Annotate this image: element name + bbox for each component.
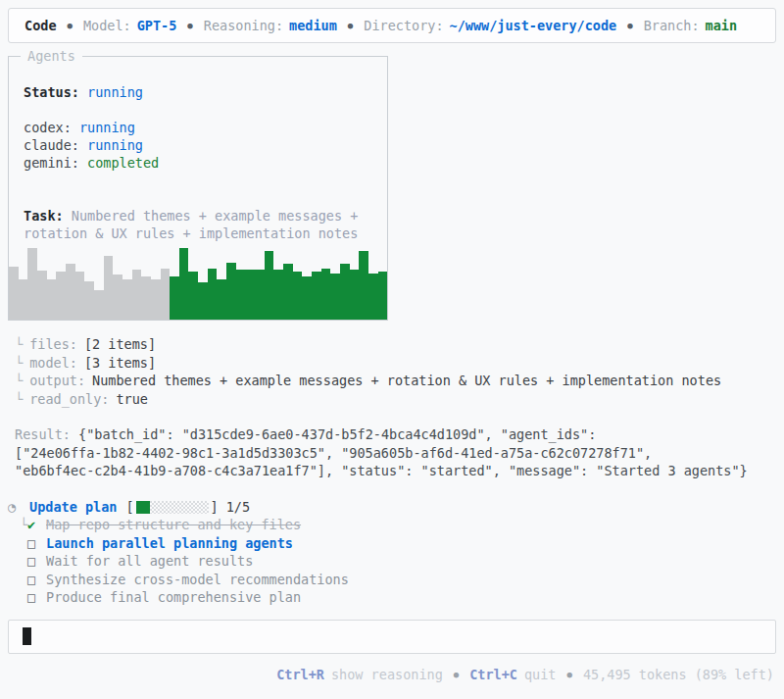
tree-branch-icon: └ bbox=[15, 336, 23, 352]
result-line: "eb6bf4ec-c2b4-41b9-a708-c4c3a71ea1f7"],… bbox=[15, 462, 770, 480]
text-cursor bbox=[23, 627, 31, 645]
activity-bar bbox=[217, 279, 226, 320]
activity-bar bbox=[113, 275, 122, 320]
activity-bar bbox=[273, 270, 283, 320]
result-line: ["24e06ffa-1b82-4402-98c1-3a1d5d3303c5",… bbox=[15, 444, 770, 463]
tree-key: output: bbox=[29, 373, 85, 388]
activity-bar bbox=[151, 279, 161, 320]
activity-bar bbox=[378, 272, 388, 320]
activity-bar bbox=[312, 272, 321, 320]
status-label: Status: bbox=[24, 84, 79, 100]
progress-bracket-close: ] bbox=[211, 498, 219, 517]
plan-title: Update plan bbox=[29, 498, 117, 517]
separator-dot-icon: ● bbox=[567, 670, 572, 679]
activity-bar bbox=[302, 276, 312, 320]
task-text: Numbered themes + example messages + rot… bbox=[24, 208, 358, 241]
activity-bar bbox=[208, 269, 218, 320]
plan-item-label: Produce final comprehensive plan bbox=[46, 588, 301, 607]
agent-name: codex: bbox=[24, 120, 72, 135]
agents-panel-title: Agents bbox=[21, 48, 82, 64]
activity-bar bbox=[283, 264, 293, 320]
separator-dot-icon: ● bbox=[187, 21, 192, 30]
tree-key: read_only: bbox=[29, 391, 109, 407]
separator-dot-icon: ● bbox=[348, 21, 353, 30]
plan-progress-fill bbox=[136, 501, 151, 514]
activity-bar bbox=[132, 270, 142, 320]
agent-name: gemini: bbox=[24, 155, 79, 171]
tree-branch-icon: └ bbox=[15, 373, 23, 388]
agent-activity-chart bbox=[9, 242, 387, 320]
activity-bar bbox=[19, 279, 28, 320]
activity-bar bbox=[321, 269, 331, 320]
activity-bar bbox=[122, 279, 132, 320]
directory-label: Directory: bbox=[364, 18, 443, 33]
progress-bracket-open: [ bbox=[125, 498, 133, 517]
shortcut-label: show reasoning bbox=[331, 667, 443, 682]
tree-key: model: bbox=[29, 355, 77, 371]
activity-bar bbox=[9, 267, 19, 320]
plan-item-label: Map repo structure and key files bbox=[46, 516, 301, 534]
activity-bar bbox=[27, 248, 37, 320]
plan-item: □ Synthesize cross-model recommendations bbox=[8, 571, 784, 589]
reasoning-label: Reasoning: bbox=[204, 18, 283, 33]
checkbox-icon: □ bbox=[27, 571, 46, 589]
tree-branch-icon: └ bbox=[15, 355, 23, 371]
tree-value: Numbered themes + example messages + rot… bbox=[92, 373, 721, 388]
tree-branch-icon: └ bbox=[15, 391, 23, 407]
plan-header: ◔ Update plan [ ] 1/5 bbox=[8, 498, 784, 517]
directory-value: ~/www/just-every/code bbox=[450, 18, 617, 33]
clock-icon: ◔ bbox=[8, 498, 29, 517]
activity-bar bbox=[94, 290, 104, 320]
activity-bar bbox=[66, 264, 75, 320]
activity-bar bbox=[179, 248, 189, 320]
activity-bar bbox=[47, 279, 57, 320]
activity-bar bbox=[188, 272, 198, 320]
shortcut-key: Ctrl+R bbox=[276, 667, 324, 682]
activity-bar bbox=[37, 271, 47, 320]
tool-result-block: Result: {"batch_id": "d315cde9-6ae0-437d… bbox=[15, 425, 770, 480]
plan-item: □ Wait for all agent results bbox=[8, 552, 784, 571]
result-label: Result: bbox=[15, 426, 71, 442]
activity-bar bbox=[255, 270, 265, 320]
tree-key: files: bbox=[29, 336, 77, 352]
activity-bar bbox=[161, 269, 171, 320]
agents-panel: Agents Status: running codex: running cl… bbox=[8, 56, 388, 321]
activity-bar bbox=[293, 272, 303, 320]
activity-bar bbox=[170, 276, 179, 320]
plan-section: ◔ Update plan [ ] 1/5 └ ✔ Map repo struc… bbox=[8, 498, 784, 607]
task-label: Task: bbox=[24, 208, 64, 224]
activity-bar bbox=[236, 270, 246, 320]
plan-progress-bar bbox=[136, 501, 209, 514]
shortcut-label: quit bbox=[524, 667, 557, 682]
separator-dot-icon: ● bbox=[627, 21, 632, 30]
tree-value: [2 items] bbox=[84, 336, 156, 352]
checkmark-icon: ✔ bbox=[27, 516, 46, 534]
message-input[interactable] bbox=[8, 620, 776, 654]
separator-dot-icon: ● bbox=[68, 21, 73, 30]
token-usage: 45,495 tokens (89% left) bbox=[583, 667, 774, 682]
tree-row: └model:[3 items] bbox=[15, 354, 784, 373]
tree-row: └files:[2 items] bbox=[15, 335, 784, 354]
status-bar: Code ● Model: GPT-5 ● Reasoning: medium … bbox=[8, 8, 776, 43]
agent-row: codex: running bbox=[24, 119, 372, 136]
activity-bar bbox=[350, 270, 360, 320]
separator-dot-icon: ● bbox=[454, 670, 459, 679]
activity-bar bbox=[141, 276, 151, 320]
agent-status: running bbox=[79, 120, 135, 135]
activity-bar bbox=[198, 282, 208, 320]
agent-name: claude: bbox=[24, 137, 79, 153]
result-line: Result: {"batch_id": "d315cde9-6ae0-437d… bbox=[15, 425, 770, 444]
agents-task-line: Task: Numbered themes + example messages… bbox=[24, 207, 372, 242]
agent-row: gemini: completed bbox=[24, 154, 372, 172]
plan-items: └ ✔ Map repo structure and key files □ L… bbox=[8, 516, 784, 607]
branch-label: Branch: bbox=[644, 18, 700, 33]
result-text: {"batch_id": "d315cde9-6ae0-437d-b5f2-4b… bbox=[78, 426, 596, 442]
shortcut-key: Ctrl+C bbox=[469, 667, 517, 682]
checkbox-icon: □ bbox=[27, 552, 46, 571]
activity-bar bbox=[84, 281, 94, 321]
plan-progress-fraction: 1/5 bbox=[226, 498, 250, 517]
agents-status-line: Status: running bbox=[24, 83, 372, 101]
tree-row: └output:Numbered themes + example messag… bbox=[15, 372, 784, 390]
activity-bar bbox=[56, 272, 66, 320]
activity-bar bbox=[340, 264, 350, 320]
